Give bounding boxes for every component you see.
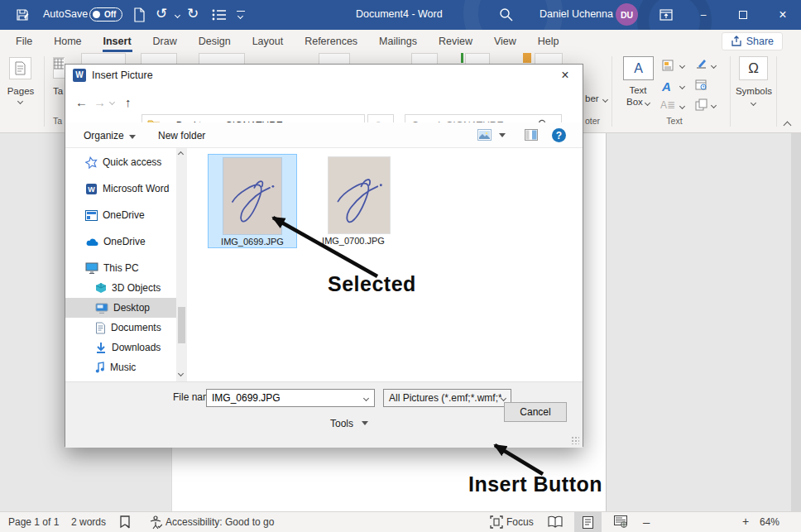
undo-icon[interactable]: ↺	[156, 7, 167, 21]
print-layout-view[interactable]	[574, 512, 602, 532]
back-icon[interactable]: ←	[75, 95, 88, 109]
web-layout-icon[interactable]	[614, 515, 627, 530]
sidebar-item-onedrive[interactable]: OneDrive	[65, 205, 176, 225]
zoom-in-button[interactable]: +	[742, 515, 749, 528]
accessibility-status[interactable]: Accessibility: Good to go	[165, 516, 274, 528]
symbols-button[interactable]: Ω	[739, 56, 768, 80]
share-button[interactable]: Share	[722, 32, 783, 50]
wordart-icon[interactable]: A	[662, 79, 671, 93]
sidebar-item-music[interactable]: Music	[65, 357, 176, 377]
new-folder-button[interactable]: New folder	[158, 130, 205, 141]
history-chevron-icon[interactable]	[109, 99, 115, 105]
text-box-label[interactable]: Text Box	[619, 84, 657, 108]
sidebar-item-label: Downloads	[112, 342, 161, 353]
text-box-button[interactable]: A	[623, 56, 654, 80]
sidebar-item-this-pc[interactable]: This PC	[65, 258, 176, 278]
preview-pane-icon[interactable]	[525, 129, 538, 143]
focus-icon[interactable]	[490, 515, 503, 531]
tab-home[interactable]: Home	[43, 30, 92, 53]
view-thumbnails-icon[interactable]	[477, 129, 492, 143]
share-label: Share	[746, 36, 774, 47]
undo-dropdown-icon[interactable]	[175, 12, 180, 18]
tab-insert[interactable]: Insert	[93, 30, 142, 53]
object-icon[interactable]	[695, 98, 707, 113]
tab-view[interactable]: View	[483, 30, 527, 53]
collapse-ribbon-icon[interactable]	[784, 122, 792, 130]
tab-references[interactable]: References	[294, 30, 368, 53]
sidebar-item-desktop[interactable]: Desktop	[65, 298, 176, 318]
signature-line-chevron[interactable]	[711, 63, 717, 69]
sidebar-item-onedrive[interactable]: OneDrive	[65, 232, 176, 252]
page-number-label-partial[interactable]: ber	[585, 93, 607, 103]
close-button[interactable]: ×	[765, 0, 801, 30]
quick-parts-chevron[interactable]	[679, 63, 685, 69]
tab-draw[interactable]: Draw	[142, 30, 188, 53]
word-count[interactable]: 2 words	[71, 516, 106, 528]
sidebar-item-microsoft-word[interactable]: WMicrosoft Word	[65, 179, 176, 199]
sidebar-item-3d-objects[interactable]: 3D Objects	[65, 278, 176, 298]
dialog-close-icon[interactable]: ×	[554, 66, 576, 84]
pages-label[interactable]: Pages	[2, 86, 40, 96]
search-icon[interactable]	[499, 7, 513, 24]
file-tile-img_0700.jpg[interactable]: IMG_0700.JPG	[310, 154, 396, 248]
object-chevron[interactable]	[711, 103, 717, 108]
minimize-button[interactable]: –	[685, 0, 722, 30]
read-mode-icon[interactable]	[548, 515, 563, 531]
quick-parts-icon[interactable]	[662, 60, 674, 74]
drop-cap-chevron[interactable]	[679, 103, 685, 109]
table-button-partial[interactable]	[53, 57, 65, 79]
avatar[interactable]: DU	[616, 3, 638, 26]
help-icon[interactable]: ?	[552, 128, 566, 142]
sidebar-item-quick-access[interactable]: Quick access	[65, 152, 176, 172]
tab-mailings[interactable]: Mailings	[368, 30, 428, 53]
tools-menu[interactable]: Tools	[330, 418, 353, 429]
redo-icon[interactable]: ↻	[187, 7, 199, 21]
proofing-icon[interactable]	[118, 515, 132, 532]
symbols-label[interactable]: Symbols	[731, 86, 776, 96]
tools-chevron[interactable]	[362, 421, 368, 425]
maximize-button[interactable]	[725, 0, 761, 30]
file-tile-img_0699.jpg[interactable]: IMG_0699.JPG	[208, 154, 297, 248]
organize-menu[interactable]: Organize	[84, 130, 136, 141]
cancel-button[interactable]: Cancel	[504, 402, 567, 422]
wordart-chevron[interactable]	[679, 84, 685, 89]
user-name[interactable]: Daniel Uchenna	[540, 8, 613, 20]
tab-file[interactable]: File	[5, 30, 43, 53]
file-name-input[interactable]	[207, 392, 364, 404]
new-document-icon[interactable]	[132, 7, 146, 25]
ribbon-display-options-icon[interactable]	[660, 8, 673, 24]
dialog-title-bar[interactable]: W Insert Picture ×	[65, 65, 583, 85]
up-icon[interactable]: ↑	[125, 95, 132, 109]
pages-chevron-icon[interactable]	[17, 98, 23, 104]
accessibility-icon[interactable]	[149, 515, 162, 532]
zoom-out-button[interactable]: –	[643, 515, 650, 529]
resize-grip[interactable]	[571, 436, 579, 444]
file-name-chevron[interactable]	[363, 395, 369, 400]
pages-button[interactable]	[9, 57, 31, 79]
zoom-level[interactable]: 64%	[760, 516, 779, 528]
star-icon	[85, 156, 98, 169]
view-options-chevron[interactable]	[499, 133, 506, 137]
sidebar-item-downloads[interactable]: Downloads	[65, 338, 176, 357]
qat-customize-chevron[interactable]	[237, 13, 243, 19]
date-time-icon[interactable]	[695, 79, 707, 93]
tab-layout[interactable]: Layout	[242, 30, 295, 53]
save-icon[interactable]	[15, 7, 30, 25]
forward-icon[interactable]: →	[94, 95, 106, 109]
qat-customize-icon[interactable]	[237, 11, 245, 12]
file-type-combo[interactable]: All Pictures (*.emf;*.wmf;*.jpg;*	[383, 389, 511, 407]
tab-design[interactable]: Design	[188, 30, 242, 53]
sidebar-item-documents[interactable]: Documents	[65, 318, 176, 338]
symbols-chevron[interactable]	[751, 100, 756, 106]
tab-review[interactable]: Review	[428, 30, 483, 53]
ribbon-partial-button	[319, 53, 350, 64]
signature-line-icon[interactable]	[695, 58, 707, 73]
vertical-scrollbar[interactable]	[791, 133, 801, 511]
focus-label[interactable]: Focus	[506, 516, 534, 528]
page-info[interactable]: Page 1 of 1	[8, 516, 59, 528]
bullet-list-icon[interactable]	[212, 8, 227, 24]
navigation-scrollbar[interactable]	[176, 148, 187, 381]
tab-help[interactable]: Help	[527, 30, 570, 53]
autosave-toggle[interactable]: Off	[89, 7, 122, 22]
drop-cap-icon[interactable]: A≣	[660, 99, 675, 111]
